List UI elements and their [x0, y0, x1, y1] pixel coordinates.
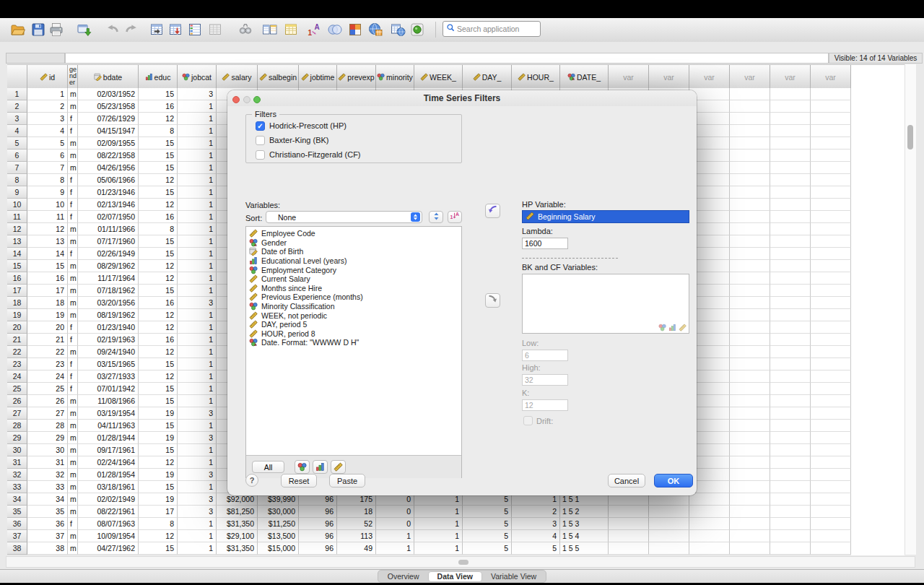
cell[interactable]: 1: [178, 309, 217, 321]
cell[interactable]: 02/24/1964: [78, 456, 139, 469]
column-header-hour[interactable]: HOUR_: [512, 65, 560, 89]
cell[interactable]: [730, 211, 770, 223]
checkbox-checked-icon[interactable]: ✓: [256, 121, 265, 131]
cell[interactable]: 12: [139, 199, 178, 211]
column-header-id[interactable]: id: [27, 65, 68, 89]
goto-variable-icon[interactable]: [167, 20, 184, 39]
cell[interactable]: [730, 469, 770, 481]
all-button[interactable]: All: [252, 461, 284, 473]
cell[interactable]: [730, 334, 770, 346]
cell[interactable]: [811, 162, 851, 174]
horizontal-scrollbar-thumb[interactable]: [458, 560, 468, 565]
cell[interactable]: [811, 297, 851, 309]
column-header-date[interactable]: aDATE_: [560, 65, 609, 89]
cell[interactable]: [770, 235, 811, 248]
cell[interactable]: [770, 444, 811, 456]
cell[interactable]: [770, 346, 811, 358]
column-header-salbegin[interactable]: salbegin: [258, 65, 299, 89]
cell[interactable]: [730, 420, 770, 432]
cell[interactable]: 15: [139, 481, 178, 493]
variable-list-item[interactable]: Employment Category: [246, 265, 461, 274]
row-number[interactable]: 19: [7, 309, 27, 321]
cell[interactable]: f: [68, 370, 78, 383]
cell[interactable]: [730, 358, 770, 370]
cell[interactable]: [770, 125, 811, 137]
cell[interactable]: 3: [178, 493, 217, 506]
cell[interactable]: m: [68, 542, 78, 555]
column-header-var[interactable]: var: [609, 65, 649, 89]
redo-icon[interactable]: [123, 20, 140, 39]
cell[interactable]: m: [68, 88, 78, 100]
cell[interactable]: [730, 309, 770, 321]
cell[interactable]: 12: [139, 321, 178, 334]
cell[interactable]: [770, 199, 811, 211]
cell[interactable]: [811, 481, 851, 493]
row-number[interactable]: 12: [7, 223, 27, 235]
cell[interactable]: [770, 260, 811, 272]
vertical-scrollbar[interactable]: [905, 64, 916, 555]
cell[interactable]: [730, 346, 770, 358]
cell[interactable]: 33: [27, 481, 68, 493]
cell[interactable]: 20: [27, 321, 68, 334]
cell[interactable]: [689, 518, 730, 530]
row-number[interactable]: 6: [7, 150, 27, 162]
cell[interactable]: [811, 407, 851, 420]
cell[interactable]: 28: [27, 420, 68, 432]
cell[interactable]: 19: [139, 432, 178, 444]
cell[interactable]: [770, 309, 811, 321]
cell[interactable]: 16: [139, 297, 178, 309]
cell[interactable]: f: [68, 125, 78, 137]
cell[interactable]: f: [68, 174, 78, 186]
cell[interactable]: 10: [27, 199, 68, 211]
column-header-corner[interactable]: [7, 65, 27, 89]
cell[interactable]: 7: [27, 162, 68, 174]
cell[interactable]: [730, 370, 770, 383]
cell[interactable]: [649, 542, 689, 555]
cell[interactable]: [811, 125, 851, 137]
cell[interactable]: 04/27/1962: [78, 542, 139, 555]
insert-case-icon[interactable]: [283, 20, 299, 39]
cell[interactable]: [811, 432, 851, 444]
column-header-var[interactable]: var: [689, 65, 730, 89]
cell[interactable]: 10/09/1954: [78, 530, 139, 542]
cell[interactable]: [730, 113, 770, 125]
variable-list-item[interactable]: Date of Birth: [246, 247, 461, 256]
row-number[interactable]: 3: [7, 113, 27, 125]
cell[interactable]: m: [68, 346, 78, 358]
cell[interactable]: [730, 321, 770, 334]
find-in-data-icon[interactable]: [206, 20, 225, 39]
row-number[interactable]: 27: [7, 407, 27, 420]
cell[interactable]: [730, 272, 770, 285]
cell[interactable]: 02/26/1949: [78, 248, 139, 260]
cell[interactable]: m: [68, 272, 78, 285]
cell[interactable]: 15: [139, 444, 178, 456]
cell[interactable]: 1: [27, 88, 68, 100]
cell[interactable]: [770, 518, 811, 530]
cell[interactable]: $15,000: [258, 542, 299, 555]
cell[interactable]: 21: [27, 334, 68, 346]
cell[interactable]: [730, 506, 770, 518]
sort-direction-button[interactable]: [429, 211, 443, 223]
cell[interactable]: 113: [337, 530, 376, 542]
cell[interactable]: 02/03/1952: [78, 88, 139, 100]
row-number[interactable]: 38: [7, 542, 27, 555]
filter-option-bk[interactable]: Baxter-King (BK): [256, 135, 329, 145]
cell[interactable]: f: [68, 186, 78, 199]
cell[interactable]: [770, 272, 811, 285]
cell[interactable]: 08/07/1963: [78, 518, 139, 530]
cell[interactable]: [609, 542, 649, 555]
variables-icon[interactable]: [186, 20, 204, 39]
cell[interactable]: 02/02/1949: [78, 493, 139, 506]
cell[interactable]: 1: [414, 530, 463, 542]
cell[interactable]: 07/18/1962: [78, 285, 139, 297]
cell[interactable]: 2: [27, 100, 68, 113]
split-window-icon[interactable]: [390, 20, 406, 39]
column-header-day[interactable]: DAY_: [463, 65, 512, 89]
cell[interactable]: 3: [512, 518, 560, 530]
cell[interactable]: 3: [178, 297, 217, 309]
cell[interactable]: 1: [178, 444, 217, 456]
cell[interactable]: [730, 260, 770, 272]
row-number[interactable]: 33: [7, 481, 27, 493]
cell[interactable]: 30: [27, 444, 68, 456]
cell[interactable]: 9: [27, 186, 68, 199]
